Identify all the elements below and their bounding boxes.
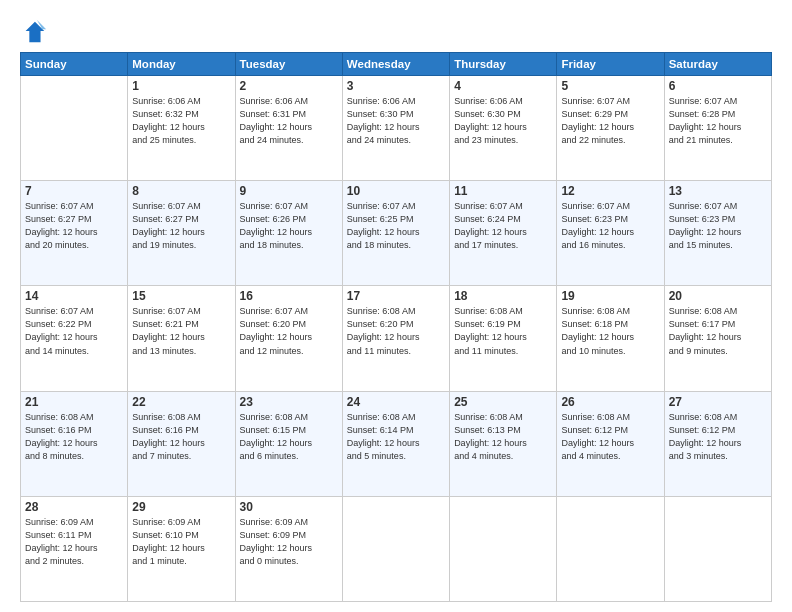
table-row: 24Sunrise: 6:08 AM Sunset: 6:14 PM Dayli… xyxy=(342,391,449,496)
page: Sunday Monday Tuesday Wednesday Thursday… xyxy=(0,0,792,612)
day-number: 21 xyxy=(25,395,123,409)
table-row: 10Sunrise: 6:07 AM Sunset: 6:25 PM Dayli… xyxy=(342,181,449,286)
cell-info: Sunrise: 6:08 AM Sunset: 6:15 PM Dayligh… xyxy=(240,411,338,463)
day-number: 18 xyxy=(454,289,552,303)
cell-info: Sunrise: 6:07 AM Sunset: 6:23 PM Dayligh… xyxy=(561,200,659,252)
table-row: 8Sunrise: 6:07 AM Sunset: 6:27 PM Daylig… xyxy=(128,181,235,286)
table-row: 22Sunrise: 6:08 AM Sunset: 6:16 PM Dayli… xyxy=(128,391,235,496)
day-number: 12 xyxy=(561,184,659,198)
logo-icon xyxy=(20,18,48,46)
calendar-table: Sunday Monday Tuesday Wednesday Thursday… xyxy=(20,52,772,602)
day-number: 13 xyxy=(669,184,767,198)
cell-info: Sunrise: 6:08 AM Sunset: 6:14 PM Dayligh… xyxy=(347,411,445,463)
col-monday: Monday xyxy=(128,53,235,76)
day-number: 11 xyxy=(454,184,552,198)
cell-info: Sunrise: 6:06 AM Sunset: 6:30 PM Dayligh… xyxy=(454,95,552,147)
day-number: 29 xyxy=(132,500,230,514)
cell-info: Sunrise: 6:09 AM Sunset: 6:09 PM Dayligh… xyxy=(240,516,338,568)
day-number: 4 xyxy=(454,79,552,93)
table-row: 18Sunrise: 6:08 AM Sunset: 6:19 PM Dayli… xyxy=(450,286,557,391)
table-row: 15Sunrise: 6:07 AM Sunset: 6:21 PM Dayli… xyxy=(128,286,235,391)
cell-info: Sunrise: 6:06 AM Sunset: 6:31 PM Dayligh… xyxy=(240,95,338,147)
table-row: 5Sunrise: 6:07 AM Sunset: 6:29 PM Daylig… xyxy=(557,76,664,181)
day-number: 7 xyxy=(25,184,123,198)
cell-info: Sunrise: 6:08 AM Sunset: 6:13 PM Dayligh… xyxy=(454,411,552,463)
header xyxy=(20,18,772,46)
table-row: 13Sunrise: 6:07 AM Sunset: 6:23 PM Dayli… xyxy=(664,181,771,286)
day-number: 28 xyxy=(25,500,123,514)
cell-info: Sunrise: 6:06 AM Sunset: 6:32 PM Dayligh… xyxy=(132,95,230,147)
day-number: 25 xyxy=(454,395,552,409)
calendar-week-row: 1Sunrise: 6:06 AM Sunset: 6:32 PM Daylig… xyxy=(21,76,772,181)
calendar-week-row: 21Sunrise: 6:08 AM Sunset: 6:16 PM Dayli… xyxy=(21,391,772,496)
day-number: 19 xyxy=(561,289,659,303)
calendar-week-row: 14Sunrise: 6:07 AM Sunset: 6:22 PM Dayli… xyxy=(21,286,772,391)
day-number: 6 xyxy=(669,79,767,93)
cell-info: Sunrise: 6:07 AM Sunset: 6:25 PM Dayligh… xyxy=(347,200,445,252)
day-number: 22 xyxy=(132,395,230,409)
col-sunday: Sunday xyxy=(21,53,128,76)
cell-info: Sunrise: 6:08 AM Sunset: 6:20 PM Dayligh… xyxy=(347,305,445,357)
col-tuesday: Tuesday xyxy=(235,53,342,76)
table-row: 7Sunrise: 6:07 AM Sunset: 6:27 PM Daylig… xyxy=(21,181,128,286)
day-number: 23 xyxy=(240,395,338,409)
cell-info: Sunrise: 6:08 AM Sunset: 6:17 PM Dayligh… xyxy=(669,305,767,357)
calendar-week-row: 7Sunrise: 6:07 AM Sunset: 6:27 PM Daylig… xyxy=(21,181,772,286)
day-number: 9 xyxy=(240,184,338,198)
day-number: 2 xyxy=(240,79,338,93)
table-row: 29Sunrise: 6:09 AM Sunset: 6:10 PM Dayli… xyxy=(128,496,235,601)
cell-info: Sunrise: 6:08 AM Sunset: 6:16 PM Dayligh… xyxy=(25,411,123,463)
cell-info: Sunrise: 6:07 AM Sunset: 6:27 PM Dayligh… xyxy=(25,200,123,252)
table-row xyxy=(342,496,449,601)
day-number: 20 xyxy=(669,289,767,303)
cell-info: Sunrise: 6:07 AM Sunset: 6:23 PM Dayligh… xyxy=(669,200,767,252)
cell-info: Sunrise: 6:08 AM Sunset: 6:16 PM Dayligh… xyxy=(132,411,230,463)
cell-info: Sunrise: 6:09 AM Sunset: 6:11 PM Dayligh… xyxy=(25,516,123,568)
table-row: 17Sunrise: 6:08 AM Sunset: 6:20 PM Dayli… xyxy=(342,286,449,391)
table-row: 23Sunrise: 6:08 AM Sunset: 6:15 PM Dayli… xyxy=(235,391,342,496)
table-row: 1Sunrise: 6:06 AM Sunset: 6:32 PM Daylig… xyxy=(128,76,235,181)
day-number: 15 xyxy=(132,289,230,303)
table-row xyxy=(557,496,664,601)
table-row: 20Sunrise: 6:08 AM Sunset: 6:17 PM Dayli… xyxy=(664,286,771,391)
day-number: 5 xyxy=(561,79,659,93)
day-number: 16 xyxy=(240,289,338,303)
col-friday: Friday xyxy=(557,53,664,76)
cell-info: Sunrise: 6:07 AM Sunset: 6:20 PM Dayligh… xyxy=(240,305,338,357)
table-row: 3Sunrise: 6:06 AM Sunset: 6:30 PM Daylig… xyxy=(342,76,449,181)
cell-info: Sunrise: 6:06 AM Sunset: 6:30 PM Dayligh… xyxy=(347,95,445,147)
table-row: 30Sunrise: 6:09 AM Sunset: 6:09 PM Dayli… xyxy=(235,496,342,601)
cell-info: Sunrise: 6:07 AM Sunset: 6:26 PM Dayligh… xyxy=(240,200,338,252)
cell-info: Sunrise: 6:07 AM Sunset: 6:28 PM Dayligh… xyxy=(669,95,767,147)
cell-info: Sunrise: 6:09 AM Sunset: 6:10 PM Dayligh… xyxy=(132,516,230,568)
day-number: 26 xyxy=(561,395,659,409)
cell-info: Sunrise: 6:08 AM Sunset: 6:12 PM Dayligh… xyxy=(669,411,767,463)
calendar-header-row: Sunday Monday Tuesday Wednesday Thursday… xyxy=(21,53,772,76)
col-thursday: Thursday xyxy=(450,53,557,76)
day-number: 8 xyxy=(132,184,230,198)
col-saturday: Saturday xyxy=(664,53,771,76)
day-number: 17 xyxy=(347,289,445,303)
table-row: 14Sunrise: 6:07 AM Sunset: 6:22 PM Dayli… xyxy=(21,286,128,391)
table-row: 16Sunrise: 6:07 AM Sunset: 6:20 PM Dayli… xyxy=(235,286,342,391)
calendar-week-row: 28Sunrise: 6:09 AM Sunset: 6:11 PM Dayli… xyxy=(21,496,772,601)
day-number: 24 xyxy=(347,395,445,409)
cell-info: Sunrise: 6:07 AM Sunset: 6:21 PM Dayligh… xyxy=(132,305,230,357)
table-row xyxy=(21,76,128,181)
table-row: 11Sunrise: 6:07 AM Sunset: 6:24 PM Dayli… xyxy=(450,181,557,286)
table-row: 19Sunrise: 6:08 AM Sunset: 6:18 PM Dayli… xyxy=(557,286,664,391)
day-number: 27 xyxy=(669,395,767,409)
cell-info: Sunrise: 6:07 AM Sunset: 6:29 PM Dayligh… xyxy=(561,95,659,147)
cell-info: Sunrise: 6:08 AM Sunset: 6:19 PM Dayligh… xyxy=(454,305,552,357)
cell-info: Sunrise: 6:08 AM Sunset: 6:12 PM Dayligh… xyxy=(561,411,659,463)
table-row: 9Sunrise: 6:07 AM Sunset: 6:26 PM Daylig… xyxy=(235,181,342,286)
table-row: 26Sunrise: 6:08 AM Sunset: 6:12 PM Dayli… xyxy=(557,391,664,496)
col-wednesday: Wednesday xyxy=(342,53,449,76)
day-number: 14 xyxy=(25,289,123,303)
day-number: 30 xyxy=(240,500,338,514)
table-row: 6Sunrise: 6:07 AM Sunset: 6:28 PM Daylig… xyxy=(664,76,771,181)
cell-info: Sunrise: 6:08 AM Sunset: 6:18 PM Dayligh… xyxy=(561,305,659,357)
logo xyxy=(20,18,52,46)
cell-info: Sunrise: 6:07 AM Sunset: 6:24 PM Dayligh… xyxy=(454,200,552,252)
table-row: 21Sunrise: 6:08 AM Sunset: 6:16 PM Dayli… xyxy=(21,391,128,496)
